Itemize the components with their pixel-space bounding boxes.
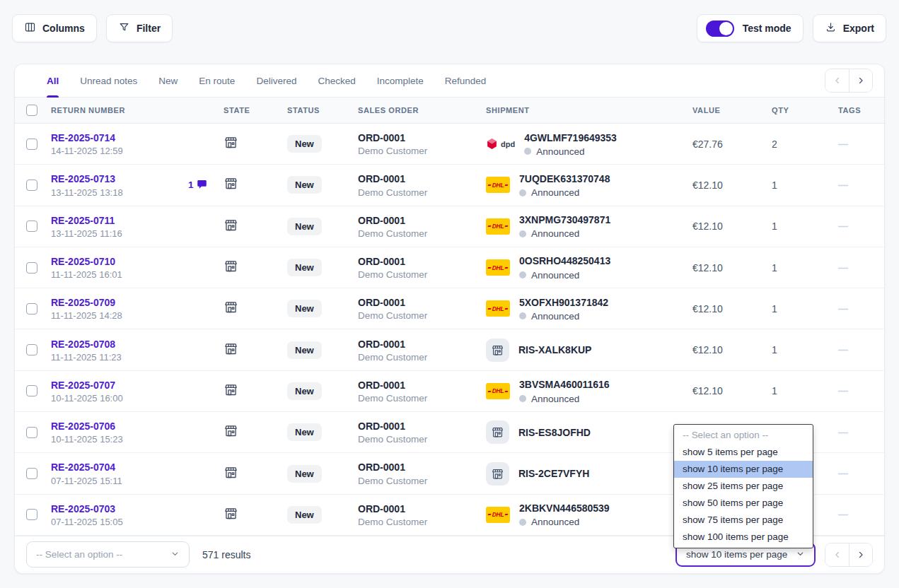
shipment-status: Announced	[519, 228, 610, 239]
return-value: €12.10	[692, 385, 772, 396]
dropdown-option[interactable]: show 5 items per page	[674, 444, 813, 461]
toggle-knob	[719, 22, 733, 35]
customer-name: Demo Customer	[358, 476, 486, 486]
return-number-link[interactable]: RE-2025-0703	[51, 502, 224, 515]
row-checkbox[interactable]	[26, 385, 37, 396]
sales-order-number: ORD-0001	[358, 502, 486, 515]
toolbar-right: Test mode Export	[697, 14, 886, 42]
status-tab[interactable]: Refunded	[434, 64, 497, 97]
return-number-link[interactable]: RE-2025-0708	[51, 338, 224, 351]
row-checkbox[interactable]	[26, 427, 37, 438]
return-number-link[interactable]: RE-2025-0710	[51, 255, 224, 268]
dhl-logo: DHL	[486, 218, 510, 235]
row-checkbox[interactable]	[26, 468, 37, 479]
return-number-link[interactable]: RE-2025-0706	[51, 420, 224, 433]
tab-label: New	[158, 76, 178, 86]
toolbar-left: Columns Filter	[12, 14, 173, 42]
in-store-return-icon	[486, 339, 509, 362]
status-tab[interactable]: Delivered	[245, 64, 307, 97]
tracking-number: RIS-ES8JOFHD	[518, 426, 591, 439]
customer-name: Demo Customer	[358, 228, 486, 239]
dropdown-option[interactable]: show 25 items per page	[674, 478, 813, 495]
table-row: RE-2025-0714 14-11-2025 12:59 New ORD-00…	[15, 124, 884, 165]
in-store-return-icon	[486, 462, 509, 486]
tracking-number: 7UQDEK631370748	[519, 172, 610, 185]
sales-order-number: ORD-0001	[358, 255, 486, 268]
filter-button[interactable]: Filter	[106, 14, 173, 42]
prev-page-button[interactable]	[825, 69, 849, 92]
tags-cell: —	[838, 303, 884, 314]
return-qty: 1	[772, 262, 838, 274]
dropdown-option[interactable]: show 75 items per page	[674, 512, 813, 529]
row-checkbox[interactable]	[26, 262, 37, 274]
dropdown-option[interactable]: show 100 items per page	[674, 529, 813, 546]
return-number-link[interactable]: RE-2025-0711	[51, 214, 224, 227]
tab-label: Incomplete	[377, 76, 424, 86]
dhl-logo-text: DHL	[487, 223, 509, 230]
dhl-logo: DHL	[486, 300, 510, 317]
shipment-status: Announced	[519, 311, 608, 322]
sales-order-number: ORD-0001	[358, 338, 486, 351]
dropdown-option[interactable]: -- Select an option --	[674, 427, 813, 444]
row-checkbox[interactable]	[26, 220, 37, 232]
dhl-logo: DHL	[486, 259, 510, 276]
row-checkbox[interactable]	[26, 303, 37, 314]
chat-bubble-icon	[197, 179, 207, 192]
return-number-link[interactable]: RE-2025-0714	[51, 131, 224, 144]
status-tab[interactable]: All	[36, 64, 69, 97]
return-number-link[interactable]: RE-2025-0707	[51, 379, 224, 392]
download-icon	[825, 21, 837, 35]
per-page-value: show 10 items per page	[686, 549, 787, 560]
test-mode-toggle[interactable]	[706, 20, 734, 37]
returns-page: Columns Filter Test mode Export All Unre…	[0, 0, 899, 588]
status-badge: New	[287, 300, 322, 317]
select-all-checkbox[interactable]	[26, 105, 37, 116]
tracking-number: 5XOFXH901371842	[519, 296, 608, 309]
prev-page-button[interactable]	[825, 543, 849, 566]
status-badge: New	[287, 135, 322, 153]
next-page-button[interactable]	[849, 69, 872, 92]
dhl-logo-text: DHL	[487, 305, 509, 312]
header-qty: QTY	[772, 106, 838, 114]
header-status: STATUS	[287, 106, 358, 114]
tags-cell: —	[838, 427, 884, 438]
customer-name: Demo Customer	[358, 269, 486, 280]
status-badge: New	[287, 465, 322, 483]
return-qty: 2	[772, 139, 838, 150]
return-date: 10-11-2025 16:00	[51, 393, 224, 404]
status-tab[interactable]: Checked	[307, 64, 366, 97]
next-page-button[interactable]	[849, 543, 872, 566]
row-checkbox[interactable]	[26, 180, 37, 191]
tracking-number: 3XNPMG730497871	[519, 213, 610, 226]
return-number-link[interactable]: RE-2025-0709	[51, 296, 224, 309]
columns-button[interactable]: Columns	[12, 14, 97, 42]
columns-icon	[24, 21, 36, 35]
customer-name: Demo Customer	[358, 146, 486, 156]
return-date: 11-11-2025 16:01	[51, 269, 224, 280]
export-button[interactable]: Export	[813, 14, 886, 42]
row-checkbox[interactable]	[26, 509, 37, 520]
status-tab[interactable]: Incomplete	[366, 64, 434, 97]
shipment-status-text: Announced	[531, 394, 579, 404]
return-value: €12.10	[692, 220, 772, 232]
status-badge: New	[287, 341, 322, 359]
dropdown-option[interactable]: show 50 items per page	[674, 495, 813, 512]
bulk-action-select[interactable]: -- Select an option --	[26, 541, 190, 568]
status-tab[interactable]: En route	[188, 64, 245, 97]
row-checkbox[interactable]	[26, 344, 37, 355]
unread-notes-badge[interactable]: 1	[188, 179, 207, 192]
tab-label: All	[47, 76, 59, 86]
customer-name: Demo Customer	[358, 310, 486, 321]
row-checkbox[interactable]	[26, 139, 37, 150]
status-tab[interactable]: Unread notes	[69, 64, 148, 97]
return-number-link[interactable]: RE-2025-0704	[51, 461, 224, 474]
tags-cell: —	[838, 385, 884, 396]
dhl-logo: DHL	[486, 177, 510, 193]
return-qty: 1	[772, 220, 838, 232]
dropdown-option[interactable]: show 10 items per page	[674, 461, 813, 478]
sales-order-number: ORD-0001	[358, 172, 486, 185]
tracking-number: 2KBKVN446580539	[519, 502, 610, 514]
status-tab[interactable]: New	[148, 64, 188, 97]
shipment-status-text: Announced	[531, 187, 579, 198]
header-return-number: RETURN NUMBER	[51, 106, 224, 114]
